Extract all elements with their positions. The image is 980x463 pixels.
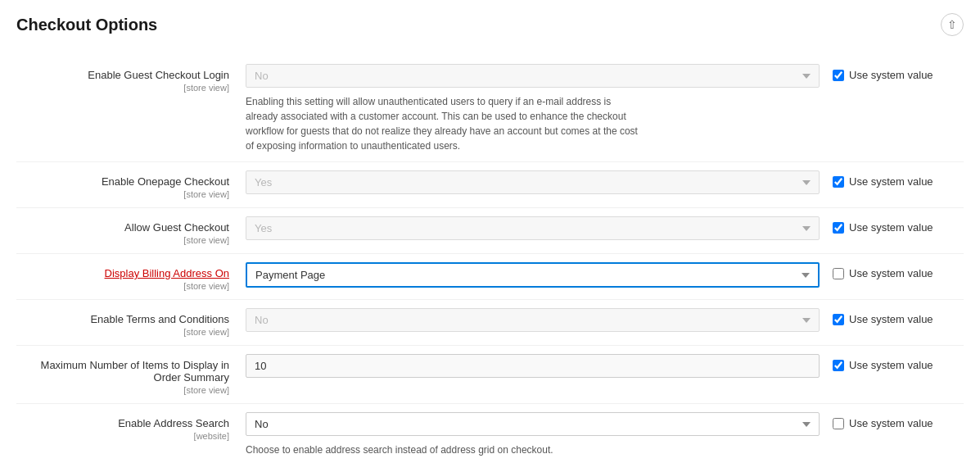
page-title: Checkout Options	[16, 16, 157, 34]
system-value-checkbox-display_billing_address_on[interactable]	[833, 268, 844, 279]
field-label-enable_onepage_checkout: Enable Onepage Checkout	[102, 175, 229, 188]
form-row-maximum_number_of_items: Maximum Number of Items to Display in Or…	[16, 345, 964, 403]
input-maximum_number_of_items[interactable]	[246, 354, 820, 378]
system-value-checkbox-allow_guest_checkout[interactable]	[833, 222, 844, 234]
field-scope-allow_guest_checkout: [store view]	[16, 235, 229, 245]
system-value-checkbox-enable_onepage_checkout[interactable]	[833, 176, 844, 188]
field-label-enable_guest_checkout_login: Enable Guest Checkout Login	[88, 69, 229, 81]
field-scope-enable_guest_checkout_login: [store view]	[16, 83, 229, 93]
field-label-enable_address_search: Enable Address Search	[118, 417, 229, 429]
system-value-label-display_billing_address_on[interactable]: Use system value	[833, 267, 933, 279]
field-scope-maximum_number_of_items: [store view]	[16, 385, 229, 395]
field-scope-enable_address_search: [website]	[16, 431, 229, 441]
select-enable_address_search[interactable]: NoYes	[246, 412, 820, 436]
select-enable_onepage_checkout[interactable]: YesNo	[246, 170, 820, 194]
system-value-checkbox-enable_address_search[interactable]	[833, 418, 844, 429]
field-label-allow_guest_checkout: Allow Guest Checkout	[124, 221, 229, 234]
field-label-maximum_number_of_items: Maximum Number of Items to Display in Or…	[41, 359, 229, 384]
select-allow_guest_checkout[interactable]: YesNo	[246, 216, 820, 240]
field-label-enable_terms_and_conditions: Enable Terms and Conditions	[90, 313, 229, 325]
form-row-enable_address_search: Enable Address Search[website]NoYesChoos…	[16, 403, 964, 463]
system-value-checkbox-maximum_number_of_items[interactable]	[833, 360, 844, 371]
field-label-display_billing_address_on[interactable]: Display Billing Address On	[105, 267, 229, 279]
system-value-label-allow_guest_checkout[interactable]: Use system value	[833, 221, 933, 234]
form-row-enable_terms_and_conditions: Enable Terms and Conditions[store view]N…	[16, 299, 964, 345]
form-row-allow_guest_checkout: Allow Guest Checkout[store view]YesNoUse…	[16, 207, 964, 253]
field-scope-enable_terms_and_conditions: [store view]	[16, 327, 229, 337]
form-row-enable_guest_checkout_login: Enable Guest Checkout Login[store view]N…	[16, 56, 964, 161]
field-scope-enable_onepage_checkout: [store view]	[16, 189, 229, 199]
collapse-button[interactable]: ⇧	[941, 13, 964, 36]
field-hint-enable_address_search: Choose to enable address search instead …	[246, 443, 639, 457]
system-value-label-enable_terms_and_conditions[interactable]: Use system value	[833, 313, 933, 325]
system-value-label-maximum_number_of_items[interactable]: Use system value	[833, 359, 933, 371]
system-value-checkbox-enable_terms_and_conditions[interactable]	[833, 314, 844, 325]
form-row-enable_onepage_checkout: Enable Onepage Checkout[store view]YesNo…	[16, 161, 964, 207]
system-value-checkbox-enable_guest_checkout_login[interactable]	[833, 70, 844, 81]
select-enable_terms_and_conditions[interactable]: NoYes	[246, 308, 820, 332]
select-display_billing_address_on[interactable]: Payment PagePayment Method	[246, 262, 820, 288]
system-value-label-enable_guest_checkout_login[interactable]: Use system value	[833, 69, 933, 81]
field-hint-enable_guest_checkout_login: Enabling this setting will allow unauthe…	[246, 94, 639, 153]
select-enable_guest_checkout_login[interactable]: NoYes	[246, 64, 820, 88]
form-row-display_billing_address_on: Display Billing Address On[store view]Pa…	[16, 253, 964, 299]
field-scope-display_billing_address_on: [store view]	[16, 281, 229, 291]
system-value-label-enable_address_search[interactable]: Use system value	[833, 417, 933, 429]
system-value-label-enable_onepage_checkout[interactable]: Use system value	[833, 175, 933, 188]
